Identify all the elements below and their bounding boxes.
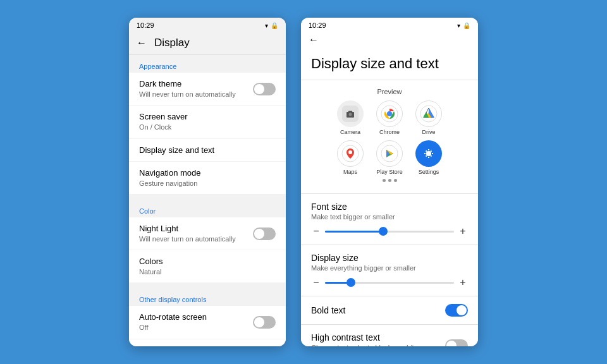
preview-row-1: Camera — [311, 100, 468, 135]
font-size-fill — [325, 231, 383, 233]
left-top-bar: ← Display — [129, 32, 286, 55]
display-size-slider-row: − + — [311, 277, 468, 288]
right-content: Preview Camera — [301, 80, 478, 346]
bold-text-title: Bold text — [311, 305, 440, 315]
left-back-button[interactable]: ← — [137, 37, 147, 49]
app-maps: Maps — [337, 140, 364, 175]
playstore-icon — [376, 140, 403, 167]
right-status-icons: ▾ 🔒 — [457, 22, 470, 29]
auto-rotate-item[interactable]: Auto-rotate screen Off — [129, 306, 286, 338]
preview-label: Preview — [311, 88, 468, 95]
section-other-controls: Other display controls — [129, 288, 286, 306]
camera-icon — [337, 100, 364, 127]
svg-point-11 — [348, 150, 352, 154]
night-light-subtitle: Will never turn on automatically — [139, 234, 248, 243]
auto-rotate-subtitle: Off — [139, 323, 248, 332]
bold-text-row[interactable]: Bold text — [301, 296, 478, 325]
display-size-text-title: Display size and text — [139, 145, 276, 155]
right-phone: 10:29 ▾ 🔒 ← Display size and text Previe… — [301, 18, 478, 346]
app-drive: Drive — [415, 100, 442, 135]
svg-point-18 — [426, 151, 431, 156]
dot-1 — [383, 179, 386, 182]
settings-icon — [415, 140, 442, 167]
night-light-toggle[interactable] — [253, 228, 276, 240]
app-settings: Settings — [415, 140, 442, 175]
right-lock-icon: 🔒 — [463, 22, 470, 29]
display-size-section: Display size Make everything bigger or s… — [301, 245, 478, 296]
display-size-track[interactable] — [325, 282, 454, 284]
divider-2 — [129, 283, 286, 288]
font-size-thumb — [379, 227, 388, 236]
right-status-bar: 10:29 ▾ 🔒 — [301, 18, 478, 32]
display-size-text-item[interactable]: Display size and text — [129, 139, 286, 161]
display-size-decrease[interactable]: − — [311, 277, 321, 288]
dark-theme-title: Dark theme — [139, 79, 248, 88]
left-settings-list: Appearance Dark theme Will never turn on… — [129, 55, 286, 346]
smooth-display-item[interactable]: Smooth Display Automatically raises the … — [129, 339, 286, 346]
font-size-decrease[interactable]: − — [311, 226, 321, 237]
left-page-title: Display — [154, 37, 190, 49]
preview-row-2: Maps Play Stor — [311, 140, 468, 175]
maps-icon — [337, 140, 364, 167]
svg-line-23 — [426, 151, 427, 152]
drive-label: Drive — [422, 129, 435, 135]
dark-theme-item[interactable]: Dark theme Will never turn on automatica… — [129, 73, 286, 105]
svg-line-24 — [431, 155, 431, 156]
font-size-track[interactable] — [325, 231, 454, 233]
right-wifi-icon: ▾ — [457, 22, 460, 29]
font-size-title: Font size — [311, 202, 468, 212]
bold-text-toggle[interactable] — [445, 304, 468, 317]
svg-line-26 — [426, 155, 427, 156]
screen-saver-item[interactable]: Screen saver On / Clock — [129, 106, 286, 138]
colors-title: Colors — [139, 257, 276, 266]
divider-1 — [129, 195, 286, 200]
colors-subtitle: Natural — [139, 267, 276, 276]
camera-label: Camera — [340, 129, 360, 135]
night-light-item[interactable]: Night Light Will never turn on automatic… — [129, 217, 286, 250]
maps-label: Maps — [343, 169, 357, 175]
dot-2 — [388, 179, 391, 182]
colors-item[interactable]: Colors Natural — [129, 250, 286, 282]
preview-section: Preview Camera — [301, 80, 478, 194]
display-size-subtitle: Make everything bigger or smaller — [311, 264, 468, 272]
svg-point-1 — [349, 113, 352, 116]
font-size-slider-row: − + — [311, 226, 468, 237]
section-appearance: Appearance — [129, 55, 286, 73]
app-playstore: Play Store — [376, 140, 403, 175]
screen-saver-title: Screen saver — [139, 112, 276, 121]
high-contrast-subtitle: Change text color to black or white. Max… — [311, 344, 440, 346]
font-size-section: Font size Make text bigger or smaller − … — [301, 194, 478, 245]
display-size-title: Display size — [311, 253, 468, 263]
left-phone: 10:29 ▾ 🔒 ← Display Appearance Dark them… — [129, 18, 286, 346]
night-light-title: Night Light — [139, 224, 248, 233]
navigation-mode-item[interactable]: Navigation mode Gesture navigation — [129, 162, 286, 194]
high-contrast-row[interactable]: High contrast text Change text color to … — [301, 325, 478, 346]
high-contrast-title: High contrast text — [311, 332, 440, 343]
preview-icons-grid: Camera — [311, 100, 468, 175]
display-size-thumb — [346, 278, 355, 287]
dark-theme-subtitle: Will never turn on automatically — [139, 90, 248, 99]
smooth-display-title: Smooth Display — [139, 346, 248, 346]
screen-saver-subtitle: On / Clock — [139, 123, 276, 131]
svg-line-25 — [431, 151, 431, 152]
wifi-icon: ▾ — [265, 22, 268, 29]
chrome-label: Chrome — [379, 129, 400, 135]
playstore-label: Play Store — [376, 169, 403, 175]
right-back-button[interactable]: ← — [309, 34, 319, 45]
font-size-increase[interactable]: + — [458, 226, 468, 237]
high-contrast-toggle[interactable] — [445, 339, 468, 346]
app-chrome: Chrome — [376, 100, 403, 135]
dark-theme-toggle[interactable] — [253, 83, 276, 95]
navigation-mode-title: Navigation mode — [139, 168, 276, 178]
left-time: 10:29 — [137, 21, 154, 29]
display-size-increase[interactable]: + — [458, 277, 468, 288]
right-time: 10:29 — [309, 21, 326, 29]
right-page-title: Display size and text — [301, 51, 478, 80]
auto-rotate-title: Auto-rotate screen — [139, 312, 248, 322]
dots-indicator — [311, 175, 468, 186]
auto-rotate-toggle[interactable] — [253, 316, 276, 329]
section-color: Color — [129, 200, 286, 217]
drive-icon — [415, 100, 442, 127]
settings-label: Settings — [419, 169, 439, 175]
dot-3 — [394, 179, 397, 182]
